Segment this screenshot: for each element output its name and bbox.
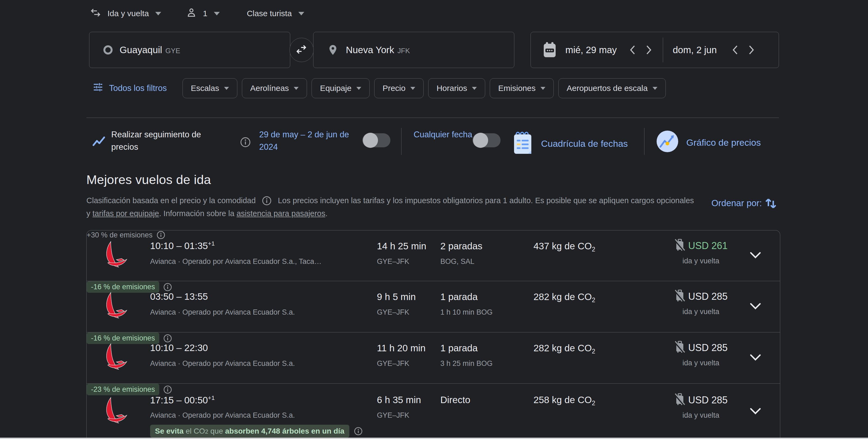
track-dates-toggle[interactable] [362, 133, 391, 148]
swap-origin-destination-button[interactable] [289, 38, 314, 62]
filter-chip-bags[interactable]: Equipaje [312, 78, 370, 98]
stops-detail: 1 h 10 min BOG [440, 308, 493, 316]
flight-row[interactable]: 17:15 – 00:50+1 Avianca · Operado por Av… [87, 383, 780, 439]
trip-type-note: ida y vuelta [664, 411, 737, 419]
chevron-down-icon [540, 87, 546, 90]
co2-text: 282 kg de CO [533, 292, 592, 302]
baggage-fees-link[interactable]: tarifas por equipaje [93, 209, 159, 218]
info-icon[interactable] [163, 282, 172, 292]
info-icon[interactable] [156, 230, 165, 240]
flight-row[interactable]: 10:10 – 22:30 Avianca · Operado por Avia… [87, 332, 780, 383]
chevron-down-icon [472, 87, 477, 90]
all-filters-button[interactable]: Todos los filtros [92, 81, 167, 95]
filter-chip-price[interactable]: Precio [374, 78, 424, 98]
co2-text: 437 kg de CO [533, 241, 592, 251]
chip-label: Emisiones [498, 83, 535, 93]
cabin-class-label: Clase turista [247, 9, 292, 18]
filter-chip-stops[interactable]: Escalas [183, 78, 237, 98]
location-pin-icon [327, 43, 339, 57]
depart-date-next-button[interactable] [643, 44, 655, 56]
passenger-assistance-link[interactable]: asistencia para pasajeros [237, 209, 325, 218]
return-date[interactable]: dom, 2 jun [673, 44, 717, 55]
flight-stops: 1 parada [440, 292, 477, 302]
passenger-selector[interactable]: 1 [186, 7, 220, 21]
flight-route: GYE–JFK [377, 411, 409, 419]
round-trip-icon [90, 7, 101, 20]
dates-input[interactable]: mié, 29 may dom, 2 jun [530, 32, 779, 68]
trip-type-selector[interactable]: Ida y vuelta [90, 7, 161, 20]
chip-label: Aeropuertos de escala [567, 83, 648, 93]
chevron-down-icon [410, 87, 415, 90]
co2-subscript: 2 [592, 348, 595, 355]
return-date-next-button[interactable] [745, 44, 757, 56]
swap-horizontal-icon [295, 44, 308, 56]
flight-stops: 2 paradas [440, 241, 483, 251]
trees-badge-mid2: que [208, 427, 225, 436]
any-date-label[interactable]: Cualquier fecha [414, 129, 473, 141]
flight-duration: 11 h 20 min [377, 343, 426, 353]
bottom-edge-strip [0, 438, 868, 439]
stops-detail: 3 h 25 min BOG [440, 360, 493, 368]
flight-row[interactable]: 10:10 – 01:35+1 Avianca · Operado por Av… [87, 230, 780, 281]
trip-type-note: ida y vuelta [664, 308, 737, 316]
flight-stops: Directo [440, 395, 470, 405]
flight-route: GYE–JFK [377, 258, 409, 266]
destination-input[interactable]: Nueva York JFK [313, 32, 514, 68]
results-subtitle: Clasificación basada en el precio y la c… [86, 194, 699, 220]
toggle-knob [473, 133, 488, 148]
plus-days: +1 [208, 240, 215, 247]
co2-subscript: 2 [592, 246, 595, 253]
avianca-logo [103, 395, 129, 428]
expand-flight-button[interactable] [749, 302, 762, 311]
price-graph-button[interactable]: Gráfico de precios [656, 130, 761, 155]
flight-stops: 1 parada [440, 343, 477, 353]
filter-chip-times[interactable]: Horarios [428, 78, 485, 98]
date-grid-icon [512, 130, 533, 157]
expand-flight-button[interactable] [749, 251, 762, 260]
date-grid-button[interactable]: Cuadrícula de fechas [512, 130, 628, 157]
expand-flight-button[interactable] [749, 407, 762, 416]
depart-date-prev-button[interactable] [627, 44, 639, 56]
co2-text: 282 kg de CO [533, 343, 592, 353]
filter-chip-connecting-airports[interactable]: Aeropuertos de escala [558, 78, 666, 98]
info-icon[interactable] [240, 137, 251, 148]
price: USD 285 [688, 342, 727, 353]
divider [86, 117, 779, 118]
trip-type-note: ida y vuelta [664, 359, 737, 367]
price: USD 285 [688, 291, 727, 302]
depart-date[interactable]: mié, 29 may [565, 44, 617, 55]
cabin-class-selector[interactable]: Clase turista [247, 9, 304, 18]
origin-input[interactable]: Guayaquil GYE [89, 32, 290, 68]
trees-badge-text: Se evita el CO2 que absorben 4,748 árbol… [150, 425, 349, 438]
flight-row[interactable]: 03:50 – 13:55 Avianca · Operado por Avia… [87, 281, 780, 332]
info-icon[interactable] [354, 427, 363, 436]
info-icon[interactable] [261, 196, 272, 206]
trees-badge-mid1: el CO [184, 427, 205, 436]
best-flights-list: 10:10 – 01:35+1 Avianca · Operado por Av… [86, 230, 780, 439]
return-date-prev-button[interactable] [729, 44, 741, 56]
sort-by-button[interactable]: Ordenar por: [711, 196, 777, 210]
track-dates-label[interactable]: 29 de may – 2 de jun de 2024 [259, 129, 351, 153]
trees-equivalent-badge: Se evita el CO2 que absorben 4,748 árbol… [150, 425, 363, 438]
airline-info: Avianca · Operado por Avianca Ecuador S.… [150, 411, 295, 419]
expand-flight-button[interactable] [749, 354, 762, 362]
filter-chips: Escalas Aerolíneas Equipaje Precio Horar… [183, 78, 666, 98]
chevron-down-icon [214, 12, 220, 15]
times-text: 10:10 – 22:30 [150, 342, 208, 353]
info-icon[interactable] [163, 385, 172, 394]
co2-amount: 282 kg de CO2 [533, 343, 595, 355]
flight-route: GYE–JFK [377, 308, 409, 316]
any-date-toggle[interactable] [472, 133, 501, 148]
co2-text: 258 kg de CO [533, 395, 592, 405]
times-text: 17:15 – 00:50 [150, 395, 208, 405]
info-icon[interactable] [163, 334, 172, 343]
co2-amount: 282 kg de CO2 [533, 292, 595, 304]
filter-chip-airlines[interactable]: Aerolíneas [242, 78, 307, 98]
price-tracking-bar: Realizar seguimiento de precios 29 de ma… [86, 122, 779, 162]
filter-chip-emissions[interactable]: Emisiones [490, 78, 554, 98]
sort-arrows-icon [765, 196, 777, 210]
emissions-text: +30 % de emisiones [87, 231, 153, 239]
all-filters-label: Todos los filtros [109, 83, 167, 93]
no-baggage-icon [674, 289, 685, 304]
price-block: USD 285 ida y vuelta [664, 289, 737, 316]
